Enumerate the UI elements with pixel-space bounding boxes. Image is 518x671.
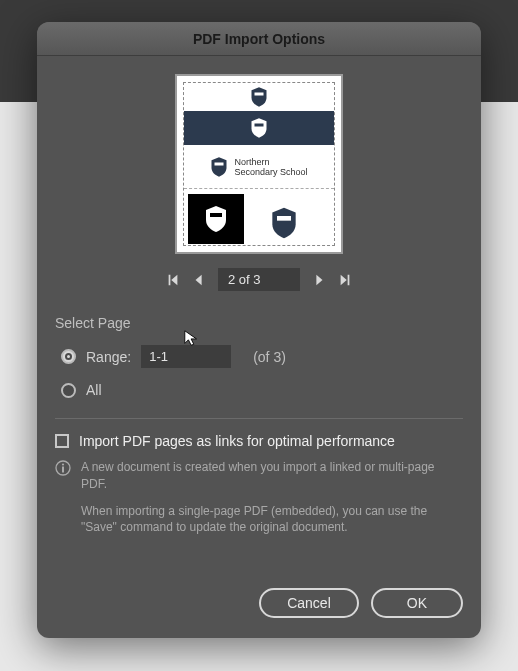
preview-strip-4 bbox=[184, 189, 334, 245]
svg-rect-7 bbox=[62, 467, 64, 473]
info-paragraph-2: When importing a single-page PDF (embedd… bbox=[81, 503, 463, 537]
svg-rect-2 bbox=[215, 162, 224, 165]
page-preview: Northern Secondary School bbox=[175, 74, 343, 254]
last-page-button[interactable] bbox=[338, 273, 352, 287]
range-option-row: Range: (of 3) bbox=[61, 345, 463, 368]
preview-strip-1 bbox=[184, 83, 334, 111]
preview-artboard: Northern Secondary School bbox=[183, 82, 335, 246]
shield-icon bbox=[250, 118, 268, 138]
dialog-buttons: Cancel OK bbox=[37, 588, 481, 638]
info-row: A new document is created when you impor… bbox=[55, 459, 463, 536]
range-radio[interactable] bbox=[61, 349, 76, 364]
shield-icon bbox=[270, 207, 298, 239]
svg-rect-0 bbox=[255, 93, 264, 96]
range-total-label: (of 3) bbox=[253, 349, 286, 365]
range-radio-label: Range: bbox=[86, 349, 131, 365]
page-indicator-input[interactable]: 2 of 3 bbox=[218, 268, 300, 291]
all-radio[interactable] bbox=[61, 383, 76, 398]
dialog-title: PDF Import Options bbox=[193, 31, 325, 47]
preview-strip-2 bbox=[184, 111, 334, 145]
cancel-button[interactable]: Cancel bbox=[259, 588, 359, 618]
import-links-label: Import PDF pages as links for optimal pe… bbox=[79, 433, 395, 449]
pdf-import-options-dialog: PDF Import Options bbox=[37, 22, 481, 638]
info-paragraph-1: A new document is created when you impor… bbox=[81, 459, 463, 493]
import-links-checkbox[interactable] bbox=[55, 434, 69, 448]
all-option-row: All bbox=[61, 382, 463, 398]
dialog-content: Northern Secondary School bbox=[37, 56, 481, 588]
range-input[interactable] bbox=[141, 345, 231, 368]
svg-point-6 bbox=[62, 463, 64, 465]
shield-icon bbox=[204, 205, 228, 233]
all-radio-label: All bbox=[86, 382, 102, 398]
next-page-button[interactable] bbox=[312, 273, 326, 287]
info-icon bbox=[55, 460, 71, 476]
divider bbox=[55, 418, 463, 419]
import-links-row: Import PDF pages as links for optimal pe… bbox=[55, 433, 463, 449]
prev-page-button[interactable] bbox=[192, 273, 206, 287]
preview-container: Northern Secondary School bbox=[55, 74, 463, 254]
svg-rect-3 bbox=[210, 213, 222, 217]
shield-icon bbox=[250, 87, 268, 107]
svg-rect-4 bbox=[277, 216, 291, 221]
shield-icon bbox=[210, 157, 228, 177]
first-page-button[interactable] bbox=[166, 273, 180, 287]
ok-button[interactable]: OK bbox=[371, 588, 463, 618]
preview-strip-3: Northern Secondary School bbox=[184, 145, 334, 189]
preview-black-box bbox=[188, 194, 244, 244]
select-page-label: Select Page bbox=[55, 315, 463, 331]
page-navigator: 2 of 3 bbox=[55, 268, 463, 291]
svg-rect-1 bbox=[255, 124, 264, 127]
dialog-titlebar: PDF Import Options bbox=[37, 22, 481, 56]
info-text: A new document is created when you impor… bbox=[81, 459, 463, 536]
preview-school-text: Northern Secondary School bbox=[234, 157, 307, 177]
